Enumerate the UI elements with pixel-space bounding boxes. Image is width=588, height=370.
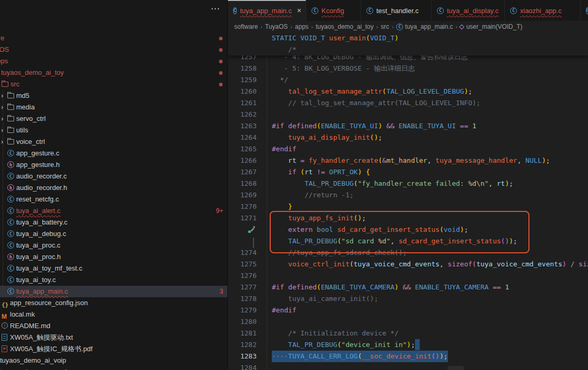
tree-item[interactable]: Ctuya_ai_battery.c xyxy=(0,217,227,228)
tree-item[interactable]: Capp_gesture.c xyxy=(0,148,227,159)
line-number[interactable]: 1270 xyxy=(228,201,257,212)
breadcrumb-item[interactable]: tuyaos_demo_ai_toy xyxy=(316,23,374,30)
line-number[interactable]: 1279 xyxy=(228,305,257,316)
tree-item[interactable]: tuyaos_demo_ai_voip xyxy=(0,355,227,366)
code-line[interactable]: 1265#endif xyxy=(228,143,588,155)
tree-item[interactable]: haudio_recorder.h xyxy=(0,182,227,194)
pencil-sparkle-edit-icon[interactable] xyxy=(228,224,257,236)
code-line[interactable]: 1280 xyxy=(228,316,588,328)
line-number[interactable]: 1267 xyxy=(228,166,257,178)
code-line[interactable]: 1270 } xyxy=(228,201,588,212)
line-number[interactable]: 1280 xyxy=(228,316,257,328)
tab-test_handler.c[interactable]: Ctest_handler.c xyxy=(361,0,432,21)
code-line[interactable]: 1279#endif xyxy=(228,305,588,316)
code-line[interactable]: 1274 //tuya_app_fs_sdcard_check(); xyxy=(228,247,588,259)
line-number[interactable]: 1263 xyxy=(228,120,257,132)
line-number[interactable]: 1264 xyxy=(228,132,257,143)
tree-item[interactable]: ›servo_ctrl xyxy=(0,113,227,125)
line-number[interactable]: 1266 xyxy=(228,155,257,166)
code-line[interactable]: 1261 // tal_log_set_manage_attr(TAL_LOG_… xyxy=(228,97,588,109)
tree-item[interactable]: XW05A_触摸驱动.txt xyxy=(0,332,227,343)
tree-item[interactable]: ›utils xyxy=(0,125,227,136)
code-line[interactable]: 1266 rt = fy_handler_create(&mt_handler,… xyxy=(228,155,588,166)
breadcrumb-item[interactable]: software xyxy=(234,23,258,30)
tree-item[interactable]: ›voice_ctrl xyxy=(0,136,227,148)
line-number[interactable]: 1281 xyxy=(228,328,257,339)
line-number[interactable]: 1265 xyxy=(228,143,257,155)
code-line[interactable]: 1276 xyxy=(228,270,588,282)
line-number[interactable]: 1259 xyxy=(228,74,257,86)
tree-item[interactable]: TuyaOS xyxy=(0,44,227,55)
close-icon[interactable]: × xyxy=(297,6,301,15)
code-line[interactable]: 1258 - 5: BK_LOG_VERBOSE - 输出详细日志 xyxy=(228,63,588,74)
tree-item[interactable]: tuyaos_demo_ai_toy xyxy=(0,67,227,79)
sticky-line[interactable]: /* xyxy=(228,44,588,55)
line-number[interactable]: 1275 xyxy=(228,259,257,270)
code-line[interactable]: 1277#if defined(ENABLE_TUYA_CAMERA) && E… xyxy=(228,282,588,293)
code-line[interactable]: 1275 voice_ctrl_init(tuya_voice_cmd_even… xyxy=(228,259,588,270)
line-number[interactable]: 1260 xyxy=(228,86,257,97)
code-line[interactable]: 1263#if defined(ENABLE_TUYA_UI) && ENABL… xyxy=(228,120,588,132)
code-editor[interactable]: 1257 - 4: BK_LOG_DEBUG - 输出调试、信息、警告和错误日志… xyxy=(228,32,588,370)
tree-item[interactable]: Ctuya_ai_debug.c xyxy=(0,228,227,240)
breadcrumb-item[interactable]: apps xyxy=(295,23,308,30)
line-number[interactable]: 1262 xyxy=(228,109,257,120)
code-line[interactable]: 1267 if (rt != OPRT_OK) { xyxy=(228,166,588,178)
tree-item[interactable]: Ctuya_app_main.c3 xyxy=(0,286,227,297)
code-line[interactable]: 1282 TAL_PR_DEBUG("device_init in"); xyxy=(228,339,588,351)
tree-item[interactable]: Ctuya_ai_alert.c9+ xyxy=(0,205,227,217)
tab-partial[interactable]: C xyxy=(581,0,588,21)
code-line[interactable]: 1264 tuya_ai_display_init(); xyxy=(228,132,588,143)
code-line[interactable]: TAL_PR_DEBUG("sd card %d", sd_card_get_i… xyxy=(228,236,588,247)
line-number[interactable] xyxy=(228,236,257,247)
tree-item[interactable]: ›md5 xyxy=(0,90,227,102)
code-line[interactable]: 1269 //return -1; xyxy=(228,189,588,201)
line-number[interactable]: 1268 xyxy=(228,178,257,189)
breadcrumb-item[interactable]: Ctuya_app_main.c xyxy=(396,23,453,30)
chevron-right-icon[interactable]: › xyxy=(1,102,3,113)
tab-xiaozhi_app.c[interactable]: Cxiaozhi_app.c xyxy=(505,0,581,21)
tree-item[interactable]: Caudio_recorder.c xyxy=(0,171,227,182)
code-line[interactable]: 1284 xyxy=(228,362,588,370)
code-line[interactable]: extern bool sd_card_get_insert_status(vo… xyxy=(228,224,588,236)
tree-item[interactable]: {}app_resource_config.json xyxy=(0,297,227,309)
breadcrumb-item[interactable]: src xyxy=(381,23,389,30)
code-line[interactable]: 1283····TUYA_CALL_ERR_LOG(__soc_device_i… xyxy=(228,351,588,362)
chevron-right-icon[interactable]: › xyxy=(1,136,3,148)
tree-item[interactable]: Mlocal.mk xyxy=(0,309,227,320)
tree-item[interactable]: Ctuya_ai_toy_mf_test.c xyxy=(0,263,227,274)
breadcrumb-item[interactable]: TuyaOS xyxy=(265,23,288,30)
code-line[interactable]: 1262 xyxy=(228,109,588,120)
tree-item[interactable]: tuyaos_demo_examples xyxy=(0,366,227,370)
line-number[interactable]: 1283 xyxy=(228,351,257,362)
tree-item[interactable]: Creset_netcfg.c xyxy=(0,194,227,205)
tree-item[interactable]: src xyxy=(0,79,227,90)
line-number[interactable]: 1271 xyxy=(228,212,257,224)
tree-item[interactable]: Ctuya_ai_proc.c xyxy=(0,240,227,251)
tab-Kconfig[interactable]: CKconfig xyxy=(306,0,361,21)
code-line[interactable]: 1278 tuya_ai_camera_init(); xyxy=(228,293,588,305)
line-number[interactable]: 1261 xyxy=(228,97,257,109)
tree-item[interactable]: Ctuya_ai_toy.c xyxy=(0,274,227,286)
tree-item[interactable]: software xyxy=(0,32,227,44)
line-number[interactable]: 1277 xyxy=(228,282,257,293)
tree-item[interactable]: ›media xyxy=(0,102,227,113)
code-line[interactable]: 1281 /* Initialization device */ xyxy=(228,328,588,339)
chevron-right-icon[interactable]: › xyxy=(1,125,3,136)
line-number[interactable]: 1284 xyxy=(228,362,257,370)
tree-item[interactable]: apps xyxy=(0,55,227,67)
code-line[interactable]: 1259 */ xyxy=(228,74,588,86)
line-number[interactable]: 1278 xyxy=(228,293,257,305)
tab-tuya_app_main.c[interactable]: Ctuya_app_main.c× xyxy=(228,0,306,21)
tree-item[interactable]: iREADME.md xyxy=(0,320,227,332)
tree-item[interactable]: PXW05A_触摸IC_规格书.pdf xyxy=(0,343,227,355)
tree-item[interactable]: happ_gesture.h xyxy=(0,159,227,171)
breadcrumb-item[interactable]: user_main(VOID_T) xyxy=(460,23,522,30)
line-number[interactable]: 1282 xyxy=(228,339,257,351)
line-number[interactable]: 1274 xyxy=(228,247,257,259)
chevron-right-icon[interactable]: › xyxy=(1,113,3,125)
line-number[interactable]: 1269 xyxy=(228,189,257,201)
line-number[interactable]: 1276 xyxy=(228,270,257,282)
code-line[interactable]: 1271 tuya_app_fs_init(); xyxy=(228,212,588,224)
code-line[interactable]: 1268 TAL_PR_DEBUG("fy_handler_create fai… xyxy=(228,178,588,189)
